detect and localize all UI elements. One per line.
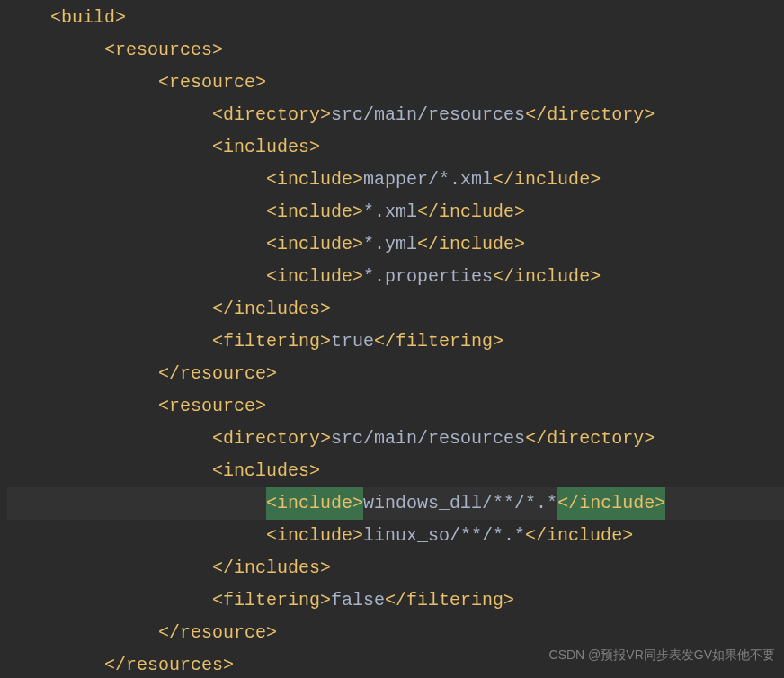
xml-open-tag: <directory> [212, 423, 331, 455]
xml-close-tag: </filtering> [374, 326, 503, 358]
xml-text: src/main/resources [331, 423, 525, 455]
xml-text: *.properties [363, 261, 493, 293]
xml-open-tag: <include> [266, 228, 363, 261]
xml-open-tag: <includes> [212, 131, 320, 164]
xml-open-tag: <filtering> [212, 584, 331, 617]
xml-close-tag: </include> [493, 261, 601, 293]
xml-text: windows_dll/**/*.* [363, 487, 557, 520]
xml-close-tag: </include> [493, 164, 601, 196]
code-line[interactable]: <filtering>false</filtering> [7, 584, 784, 617]
xml-open-tag: <resource> [158, 390, 266, 423]
xml-open-tag: <filtering> [212, 326, 331, 358]
code-line[interactable]: <resource> [7, 390, 784, 423]
xml-close-tag: </include> [525, 520, 633, 552]
xml-text: *.xml [363, 196, 417, 228]
code-line[interactable]: </resource> [7, 358, 784, 390]
xml-close-tag: </resource> [158, 617, 277, 649]
xml-close-tag: </directory> [525, 99, 655, 131]
xml-close-tag: </resource> [158, 358, 277, 390]
xml-text: linux_so/**/*.* [363, 520, 525, 552]
xml-open-tag: <resources> [104, 34, 223, 67]
code-line[interactable]: <resource> [7, 67, 784, 99]
xml-close-tag: </include> [417, 228, 525, 261]
code-line[interactable]: <include>windows_dll/**/*.*</include> [7, 487, 784, 520]
code-line[interactable]: <includes> [7, 131, 784, 164]
code-editor[interactable]: <build> <resources> <resource> <director… [0, 0, 784, 678]
xml-close-tag: </filtering> [385, 584, 514, 617]
code-line[interactable]: <include>*.yml</include> [7, 228, 784, 261]
xml-open-tag: <include> [266, 164, 363, 196]
code-line[interactable]: <include>*.xml</include> [7, 196, 784, 228]
xml-text: *.yml [363, 228, 417, 261]
xml-open-tag: <build> [50, 2, 126, 34]
xml-close-tag: </directory> [525, 423, 655, 455]
code-line[interactable]: </includes> [7, 293, 784, 326]
xml-open-tag: <include> [266, 261, 363, 293]
xml-text: src/main/resources [331, 99, 525, 131]
xml-close-tag: </include> [417, 196, 525, 228]
xml-open-tag: <include> [266, 520, 363, 552]
code-line[interactable]: <directory>src/main/resources</directory… [7, 423, 784, 455]
xml-close-tag: </resources> [104, 649, 234, 678]
xml-close-tag: </include> [557, 487, 665, 520]
code-line[interactable]: <resources> [7, 34, 784, 67]
code-line[interactable]: <directory>src/main/resources</directory… [7, 99, 784, 131]
xml-open-tag: <directory> [212, 99, 331, 131]
code-line[interactable]: <include>linux_so/**/*.*</include> [7, 520, 784, 552]
watermark-text: CSDN @预报VR同步表发GV如果他不要 [549, 638, 775, 671]
xml-open-tag: <includes> [212, 455, 320, 487]
xml-close-tag: </includes> [212, 293, 331, 326]
xml-text: true [331, 326, 374, 358]
code-line[interactable]: <include>mapper/*.xml</include> [7, 164, 784, 196]
code-line[interactable]: <include>*.properties</include> [7, 261, 784, 293]
xml-open-tag: <include> [266, 196, 363, 228]
code-line[interactable]: </includes> [7, 552, 784, 584]
code-line[interactable]: <filtering>true</filtering> [7, 326, 784, 358]
code-line[interactable]: <build> [7, 2, 784, 34]
code-line[interactable]: <includes> [7, 455, 784, 487]
xml-open-tag: <include> [266, 487, 363, 520]
xml-text: mapper/*.xml [363, 164, 493, 196]
xml-open-tag: <resource> [158, 67, 266, 99]
xml-text: false [331, 584, 385, 617]
xml-close-tag: </includes> [212, 552, 331, 584]
